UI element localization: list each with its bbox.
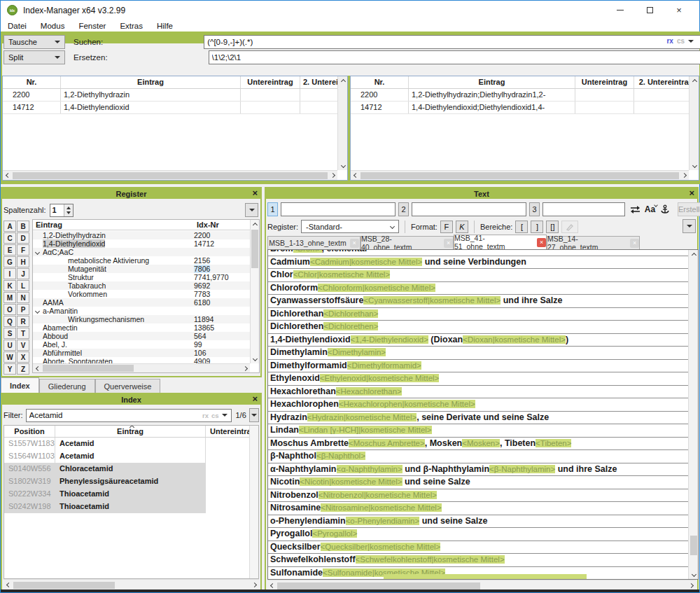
index-tag[interactable]: <Quecksilber|kosmetische Mittel> (321, 543, 441, 551)
font-case-button[interactable]: Aa (643, 202, 657, 217)
scroll-right-icon[interactable] (679, 171, 689, 181)
scroll-down-icon[interactable] (690, 160, 699, 170)
search-field-3[interactable] (542, 202, 625, 216)
scrollbar-thumb[interactable] (360, 172, 679, 179)
case-toggle[interactable]: cs (211, 412, 219, 419)
letter-button-v[interactable]: V (17, 340, 29, 351)
scroll-up-icon[interactable] (251, 220, 260, 230)
letter-button-q[interactable]: Q (4, 316, 16, 327)
bereich-close-button[interactable]: ] (531, 221, 543, 233)
column-header[interactable]: Untereintrag (575, 76, 634, 88)
dock-tab-gliederung[interactable]: Gliederung (39, 379, 95, 393)
letter-button-z[interactable]: Z (17, 363, 29, 375)
scroll-up-icon[interactable] (689, 250, 699, 260)
text-options-dropdown[interactable] (682, 219, 696, 233)
text-line[interactable]: Ethylenoxid<Ethylenoxid|kosmetische Mitt… (268, 372, 688, 386)
tree-row[interactable]: 1,4-Diethylendioxid14712 (33, 239, 250, 248)
scroll-right-icon[interactable] (328, 171, 337, 181)
scroll-down-icon[interactable] (689, 569, 699, 579)
text-line[interactable]: Lindan<Lindan [γ-HCH]|kosmetische Mittel… (268, 424, 688, 438)
letter-button-a[interactable]: A (4, 221, 16, 232)
collapse-icon[interactable] (33, 251, 41, 254)
menu-item-modus[interactable]: Modus (34, 22, 72, 30)
index-tag[interactable]: <Dimethylformamid> (347, 361, 421, 370)
letter-button-g[interactable]: G (4, 256, 16, 267)
text-content[interactable]: Brom<Brom>, elementarCadmium<Cadmium|kos… (267, 249, 699, 580)
text-line[interactable]: Cyanwasserstoffsäure<Cyanwasserstoff|kos… (268, 295, 688, 308)
index-tag[interactable]: <Hexachlorophen|kosmetische Mittel> (339, 400, 475, 408)
scrollbar-thumb[interactable] (13, 582, 115, 589)
text-line[interactable]: Cadmium<Cadmium|kosmetische Mittel> und … (268, 256, 688, 270)
letter-button-t[interactable]: T (17, 328, 29, 339)
document-tab[interactable]: MSB_1-13_ohne_textm× (267, 236, 360, 249)
table-row[interactable]: 147121,4-Diethylendioxid (3, 102, 347, 114)
text-line[interactable]: Brom<Brom>, elementar (268, 249, 688, 256)
letter-button-s[interactable]: S (4, 328, 16, 339)
bereich-open-button[interactable]: [ (515, 221, 528, 233)
register-close-icon[interactable]: × (252, 188, 258, 198)
document-tab[interactable]: MSB_28-40_ohne_textm× (360, 236, 454, 249)
suchen-input[interactable] (204, 35, 700, 49)
text-line[interactable]: Schwefelkohlenstoff<Schwefelkohlenstoff|… (268, 554, 688, 567)
menu-item-extras[interactable]: Extras (113, 22, 150, 30)
close-button[interactable]: × (664, 1, 694, 20)
letter-button-i[interactable]: I (4, 268, 16, 279)
horizontal-scrollbar[interactable] (4, 579, 259, 590)
format-bold-button[interactable]: F (440, 221, 453, 233)
table-row[interactable]: 22001,2-Diethylhydrazin (3, 89, 347, 102)
column-header[interactable]: Nr. (3, 76, 61, 88)
text-line[interactable]: Nitrosamine<Nitrosamine|kosmetische Mitt… (268, 502, 688, 515)
text-line[interactable]: Dimethylformamid<Dimethylformamid> (268, 360, 688, 373)
anchor-button[interactable] (657, 202, 672, 217)
letter-button-l[interactable]: L (17, 280, 29, 291)
column-header[interactable]: Eintrag (409, 76, 575, 88)
scrollbar-thumb[interactable] (43, 365, 134, 372)
letter-button-o[interactable]: O (4, 304, 16, 315)
index-tag[interactable]: <Nicotin|kosmetische Mittel> (300, 477, 402, 486)
text-line[interactable]: Hydrazin<Hydrazin|kosmetische Mittel>, s… (268, 412, 688, 425)
search-field-2[interactable] (412, 202, 526, 216)
tree-row[interactable]: Tabakrauch9692 (33, 281, 250, 290)
document-tab[interactable]: MSB_14-27_ohne_textm× (547, 236, 640, 249)
ersetzen-input[interactable] (209, 50, 700, 64)
tree-row[interactable]: metabolische Aktivierung2156 (33, 256, 250, 265)
swap-button[interactable] (628, 202, 643, 217)
column-header[interactable]: Nr. (351, 76, 409, 88)
index-tag[interactable]: <Moschus Ambrette> (349, 439, 425, 447)
letter-button-y[interactable]: Y (4, 363, 16, 375)
horizontal-scrollbar[interactable] (33, 363, 250, 372)
index-tag[interactable]: <Lindan [γ-HCH]|kosmetische Mittel> (299, 426, 432, 434)
text-line[interactable]: Chloroform<Chloroform|kosmetische Mittel… (268, 282, 688, 295)
index-tag[interactable]: <Brom> (293, 249, 322, 253)
tab-close-icon[interactable]: × (350, 239, 359, 248)
text-line[interactable]: Chlor<Chlor|kosmetische Mittel> (268, 269, 688, 282)
letter-button-m[interactable]: M (4, 292, 16, 303)
vertical-scrollbar[interactable] (337, 76, 347, 170)
index-tag[interactable]: <α-Naphthylamin> (337, 465, 402, 473)
tree-row[interactable]: Abboud564 (33, 332, 250, 340)
index-table-row[interactable]: S1564W1103Acetamid (4, 450, 258, 463)
collapse-icon[interactable] (33, 309, 41, 313)
text-line[interactable]: Dichlorethan<Dichlorethan> (268, 308, 688, 321)
tree-row[interactable]: Abführmittel106 (33, 349, 250, 357)
letter-button-e[interactable]: E (4, 244, 16, 256)
tree-row[interactable]: a-Amanitin (33, 307, 250, 315)
letter-button-k[interactable]: K (4, 280, 16, 291)
index-tag[interactable]: <o-Phenylendiamin> (346, 517, 420, 525)
scrollbar-thumb[interactable] (251, 230, 258, 268)
letter-button-u[interactable]: U (4, 340, 16, 351)
scroll-right-icon[interactable] (249, 580, 259, 590)
tree-row[interactable]: Abamectin13865 (33, 323, 250, 332)
index-tag[interactable]: <Tibeten> (536, 439, 571, 447)
horizontal-scrollbar[interactable] (351, 170, 689, 180)
index-tag[interactable]: <Mosken> (462, 439, 500, 447)
menu-item-hilfe[interactable]: Hilfe (150, 22, 180, 30)
table-row[interactable]: 147121,4-Diethylendioxid;Diethylendioxid… (351, 102, 699, 114)
bereich-both-button[interactable]: [] (546, 221, 559, 233)
scroll-up-icon[interactable] (338, 76, 348, 86)
index-close-icon[interactable]: × (252, 393, 258, 404)
register-options-dropdown[interactable] (245, 203, 258, 217)
dock-tab-querverweise[interactable]: Querverweise (95, 379, 161, 393)
text-line[interactable]: Hexachlorethan<Hexachlorethan> (268, 386, 688, 399)
dock-tab-index[interactable]: Index (1, 377, 39, 393)
